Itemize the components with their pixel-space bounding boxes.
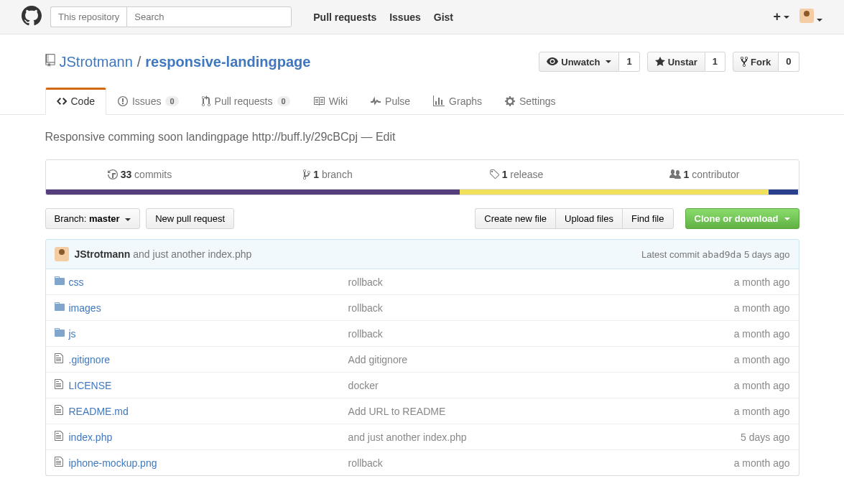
repo-name-link[interactable]: responsive-landingpage [145,54,310,70]
file-name-link[interactable]: .gitignore [69,354,111,365]
search-scope-label[interactable]: This repository [50,6,126,27]
search-input[interactable] [126,6,292,27]
file-commit-message[interactable]: docker [348,380,379,391]
star-group: Unstar 1 [647,52,725,72]
commit-author[interactable]: JStrotmann [75,248,131,260]
file-row: jsrollbacka month ago [46,320,799,346]
file-age: a month ago [690,328,790,340]
file-commit-message[interactable]: rollback [348,276,383,288]
file-name-link[interactable]: css [69,276,84,288]
graph-icon [433,95,445,107]
file-name-link[interactable]: LICENSE [69,380,112,391]
language-bar[interactable] [45,190,799,195]
caret-down-icon [784,16,789,19]
avatar-icon [799,9,814,23]
upload-files-button[interactable]: Upload files [555,208,622,229]
fork-label: Fork [751,57,771,67]
caret-down-icon [784,218,790,220]
file-row: cssrollbacka month ago [46,269,799,294]
forks-count[interactable]: 0 [779,52,799,72]
watchers-count[interactable]: 1 [619,52,639,72]
user-menu[interactable] [799,9,822,25]
file-commit-message[interactable]: Add URL to README [348,406,446,417]
tab-code[interactable]: Code [45,88,106,115]
topbar: This repository Pull requests Issues Gis… [0,0,844,34]
file-row: imagesrollbacka month ago [46,294,799,320]
unwatch-button[interactable]: Unwatch [539,52,619,72]
eye-icon [547,56,558,67]
mark-github-icon [22,6,42,26]
tab-issues[interactable]: Issues 0 [106,88,190,114]
file-directory-icon [55,275,69,289]
file-age: a month ago [690,380,790,391]
tab-issues-label: Issues [132,95,161,107]
file-commit-message[interactable]: rollback [348,302,383,314]
file-name-link[interactable]: README.md [69,406,129,417]
file-text-icon [55,456,69,470]
nav-issues[interactable]: Issues [389,11,421,23]
stargazers-count[interactable]: 1 [705,52,725,72]
repo-url[interactable]: http://buff.ly/29cBCpj [252,131,358,143]
branch-prefix: Branch: [55,213,89,224]
tab-graphs[interactable]: Graphs [422,88,493,114]
repo-desc-text: Responsive comming soon landingpage [45,131,249,143]
file-commit-message[interactable]: rollback [348,328,383,340]
branch-name: master [89,213,120,224]
file-name-link[interactable]: index.php [69,431,113,443]
repohead: JStrotmann / responsive-landingpage Unwa… [0,34,844,115]
commit-tease: JStrotmann and just another index.php La… [45,239,799,269]
tab-pulse[interactable]: Pulse [359,88,422,114]
commit-sha[interactable]: abad9da [702,249,741,260]
create-new-menu[interactable]: + [773,9,789,24]
file-commit-message[interactable]: Add gitignore [348,354,408,365]
tab-wiki[interactable]: Wiki [302,88,359,114]
contributors-count: 1 [684,169,690,180]
clone-download-button[interactable]: Clone or download [685,208,799,229]
pulls-counter: 0 [277,96,290,106]
repo-owner-link[interactable]: JStrotmann [60,54,133,70]
file-age: 5 days ago [690,431,790,443]
releases-label: release [510,169,543,180]
tab-settings-label: Settings [519,95,556,107]
dash: — [361,131,375,143]
file-name-link[interactable]: images [69,302,101,314]
contributors-link[interactable]: 1 contributor [611,160,799,189]
unstar-label: Unstar [668,57,697,67]
commit-message[interactable]: and just another index.php [133,248,251,260]
file-row: README.mdAdd URL to READMEa month ago [46,398,799,424]
file-text-icon [55,378,69,392]
tab-settings[interactable]: Settings [493,88,567,114]
create-new-file-button[interactable]: Create new file [475,208,555,229]
new-pull-request-button[interactable]: New pull request [146,208,234,229]
releases-link[interactable]: 1 release [422,160,611,189]
branch-select-menu[interactable]: Branch: master [45,208,141,229]
repo-icon [45,54,55,70]
header-nav: Pull requests Issues Gist [313,11,453,23]
tab-pulls[interactable]: Pull requests 0 [190,88,302,114]
file-name-link[interactable]: js [69,328,76,340]
fork-button[interactable]: Fork [733,52,779,72]
nav-gist[interactable]: Gist [434,11,453,23]
file-directory-icon [55,327,69,340]
topbar-right: + [773,9,822,25]
repo-title: JStrotmann / responsive-landingpage [45,54,311,70]
language-segment [46,190,460,195]
find-file-button[interactable]: Find file [622,208,674,229]
avatar-icon [55,247,69,261]
nav-pull-requests[interactable]: Pull requests [313,11,376,23]
pulse-icon [371,95,381,107]
github-logo[interactable] [22,6,42,28]
book-icon [313,95,325,107]
file-commit-message[interactable]: and just another index.php [348,431,467,443]
caret-down-icon [817,19,822,22]
file-commit-message[interactable]: rollback [348,457,383,469]
file-directory-icon [55,301,69,314]
language-segment [460,190,769,195]
edit-description-link[interactable]: Edit [376,131,396,143]
latest-commit-prefix: Latest commit [641,249,700,260]
branches-link[interactable]: 1 branch [234,160,422,189]
file-name-link[interactable]: iphone-mockup.png [69,457,157,469]
commits-link[interactable]: 33 commits [46,160,234,189]
unstar-button[interactable]: Unstar [647,52,705,72]
branches-count: 1 [313,169,319,180]
